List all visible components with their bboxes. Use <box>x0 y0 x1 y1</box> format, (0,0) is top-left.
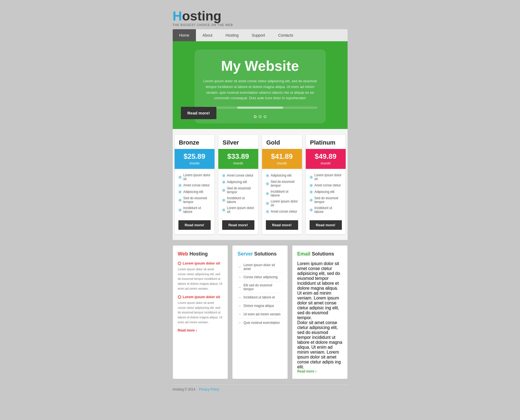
hero-dot-1[interactable] <box>254 115 257 118</box>
email-heading-plain: Solutions <box>312 251 334 257</box>
list-item: ⊕Sed do eiusmod tempor <box>178 195 211 205</box>
arrow-icon: → <box>237 295 241 299</box>
logo-h: H <box>173 9 182 23</box>
silver-readmore-button[interactable]: Read more! <box>222 220 254 230</box>
list-item: ⊕Amet conse ctetur <box>222 172 254 179</box>
silver-amount: $33.89 <box>221 152 255 161</box>
plus-icon: ⊕ <box>310 198 313 202</box>
email-heading-colored: Email <box>297 251 312 257</box>
nav-home[interactable]: Home <box>173 29 196 41</box>
list-item: ⊕Lorem ipsum dolor sit <box>178 172 211 182</box>
pricing-card-platinum: Platinum $49.89 /month ⊕Lorem ipsum dolo… <box>305 134 346 234</box>
list-item: →Conse ctetur adipiscing <box>237 273 283 281</box>
server-item-text: Quis nostrud exercitation <box>243 321 280 325</box>
nav-about[interactable]: About <box>196 29 219 41</box>
web-article-2-body: Lorem ipsum dolor sit amet conse ctetur … <box>178 301 223 325</box>
logo-rest: osting <box>182 9 221 23</box>
bottom-section: Web Hosting Lorem ipsum dolor sit Lorem … <box>173 240 348 384</box>
server-item-text: Elit sed do eiusmod tempor <box>243 283 283 291</box>
platinum-readmore-button[interactable]: Read more! <box>310 220 342 230</box>
web-readmore-link[interactable]: Read more › <box>178 328 223 332</box>
web-hosting-heading: Web Hosting <box>178 251 223 257</box>
gold-period: /month <box>277 161 287 165</box>
nav-hosting[interactable]: Hosting <box>219 29 245 41</box>
email-solutions-card: Email Solutions Lorem ipsum dolor sit am… <box>292 245 348 379</box>
feature-text: Lorem ipsum dolor sit <box>227 206 254 214</box>
silver-price-badge: $33.89 /month <box>218 149 258 169</box>
plus-icon: ⊕ <box>266 191 269 196</box>
list-item: ⊕Sed do eiusmod tempor <box>222 185 254 195</box>
gold-amount: $41.89 <box>265 152 299 161</box>
server-heading-plain: Solutions <box>254 251 277 257</box>
bronze-price-badge: $25.89 /month <box>175 149 215 169</box>
server-item-text: Incididunt ut labore et <box>243 295 275 299</box>
hero-dots <box>203 113 318 118</box>
feature-text: Lorem ipsum dolor sit <box>271 199 298 207</box>
silver-title: Silver <box>218 135 258 149</box>
gold-title: Gold <box>262 135 302 149</box>
feature-text: Sed do eiusmod tempor <box>271 180 298 187</box>
bronze-readmore-button[interactable]: Read more! <box>178 220 211 230</box>
gold-readmore-button[interactable]: Read more! <box>266 220 298 230</box>
bronze-period: /month <box>189 161 199 165</box>
plus-icon: ⊕ <box>266 209 269 214</box>
gold-price-badge: $41.89 /month <box>262 149 302 169</box>
feature-text: Lorem ipsum dolor sit <box>183 173 211 181</box>
feature-text: Amet conse ctetur <box>183 183 210 187</box>
chevron-right-icon: › <box>196 328 197 332</box>
circle-icon <box>178 262 181 265</box>
list-item: ⊕Adipiscing elit <box>178 189 211 195</box>
plus-icon: ⊕ <box>266 181 269 186</box>
hero-bar-fill <box>237 107 283 109</box>
web-article-2-title-text: Lorem ipsum dolor sit <box>183 295 220 299</box>
feature-text: Sed do eiusmod tempor <box>315 196 342 204</box>
list-item: ⊕Lorem ipsum dolor sit <box>222 205 254 215</box>
web-heading-colored: Web <box>178 251 190 257</box>
feature-text: Amet conse ctetur <box>271 210 297 213</box>
list-item: ⊕Lorem ipsum dolor sit <box>310 172 342 182</box>
list-item: ⊕Amet conse ctetur <box>266 208 298 215</box>
gold-features: ⊕Adipisicing elit ⊕Sed do eiusmod tempor… <box>262 169 302 218</box>
logo: Hosting <box>173 10 348 23</box>
arrow-icon: → <box>237 265 241 269</box>
arrow-icon: → <box>237 304 241 308</box>
list-item: →Dolore magna aliqua <box>237 302 283 310</box>
platinum-amount: $49.89 <box>309 152 343 161</box>
plus-icon: ⊕ <box>178 190 182 194</box>
server-item-text: Ut enim ad minim veniam <box>243 312 280 316</box>
web-article-2-title: Lorem ipsum dolor sit <box>178 295 223 299</box>
plus-icon: ⊕ <box>222 188 225 192</box>
feature-text: Sed do eiusmod tempor <box>227 186 254 194</box>
plus-icon: ⊕ <box>178 208 182 212</box>
hero-banner: My Website Lorem ipsum dolor sit amet co… <box>173 41 348 129</box>
list-item: ⊕Amet conse ctetur <box>178 182 211 189</box>
hero-title: My Website <box>203 58 318 74</box>
footer: Hosting © 2014. Privacy Policy <box>173 384 348 394</box>
silver-period: /month <box>233 161 243 165</box>
list-item: ⊕Incididunt ut labore <box>310 205 342 215</box>
silver-features: ⊕Amet conse ctetur ⊕Adipiscing elit ⊕Sed… <box>218 169 258 218</box>
arrow-icon: → <box>237 321 241 325</box>
list-item: →Lorem ipsum dolor sit amet <box>237 261 283 273</box>
nav-contacts[interactable]: Contacts <box>272 29 300 41</box>
email-readmore-link[interactable]: Read more › <box>297 369 342 373</box>
web-article-1-body: Lorem ipsum dolor sit amet conse ctetur … <box>178 267 223 291</box>
list-item: ⊕Incididunt ut labore <box>222 195 254 205</box>
platinum-price-badge: $49.89 /month <box>306 149 346 169</box>
plus-icon: ⊕ <box>310 183 313 187</box>
hero-dot-2[interactable] <box>259 115 262 118</box>
list-item: →Elit sed do eiusmod tempor <box>237 281 283 293</box>
plus-icon: ⊕ <box>310 208 313 212</box>
list-item: ⊕Incididunt ut labore <box>178 205 211 215</box>
hero-readmore-button[interactable]: Read more! <box>181 107 217 119</box>
list-item: →Incididunt ut labore et <box>237 293 283 302</box>
footer-privacy-link[interactable]: Privacy Policy <box>199 387 219 391</box>
hero-bar <box>203 107 318 109</box>
logo-tagline: THE BIGGEST CHOICE ON THE WEB <box>173 23 348 27</box>
hero-dot-3[interactable] <box>264 115 266 118</box>
plus-icon: ⊕ <box>310 175 313 179</box>
platinum-title: Platinum <box>306 135 346 149</box>
feature-text: Incididunt ut labore <box>227 196 254 204</box>
bronze-features: ⊕Lorem ipsum dolor sit ⊕Amet conse ctetu… <box>175 169 215 218</box>
nav-support[interactable]: Support <box>245 29 272 41</box>
